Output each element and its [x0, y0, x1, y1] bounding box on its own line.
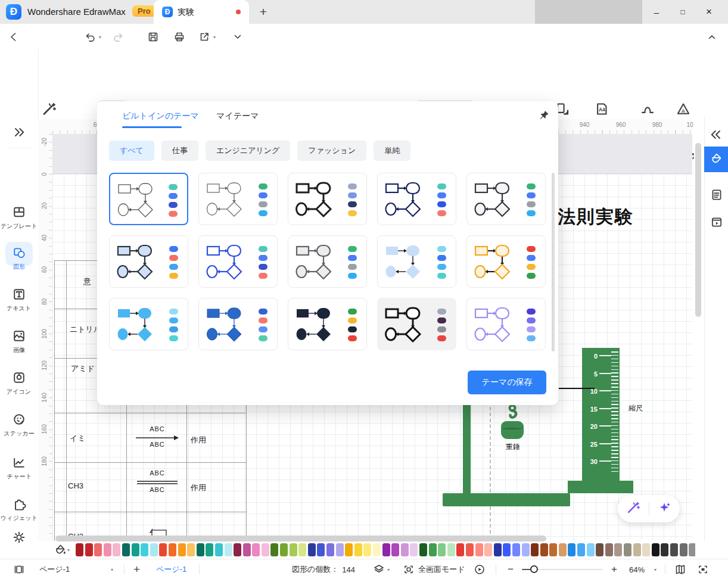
filter-chip-エンジニアリング[interactable]: エンジニアリング — [206, 141, 290, 161]
theme-card-10[interactable] — [466, 235, 546, 288]
color-swatch[interactable] — [270, 543, 278, 556]
filter-chip-単純[interactable]: 単純 — [374, 141, 410, 161]
sidebar-item-チャート[interactable]: チャート — [0, 455, 38, 481]
color-swatch[interactable] — [680, 543, 687, 556]
document-tab[interactable]: Ð 実験 — [154, 0, 249, 24]
stand-pole-shape[interactable] — [463, 405, 471, 505]
color-swatch[interactable] — [438, 543, 446, 556]
theme-card-14[interactable] — [377, 298, 456, 350]
stand-base-shape[interactable] — [443, 493, 570, 506]
back-icon[interactable] — [7, 30, 20, 43]
color-swatch[interactable] — [187, 543, 195, 556]
color-swatch[interactable] — [652, 543, 659, 556]
theme-card-2[interactable] — [198, 173, 278, 225]
redo-icon[interactable] — [112, 30, 125, 43]
play-presentation-icon[interactable] — [474, 564, 486, 577]
color-swatch[interactable] — [382, 543, 390, 556]
theme-card-3[interactable] — [288, 173, 367, 225]
color-swatch[interactable] — [689, 543, 695, 556]
color-swatch[interactable] — [122, 543, 130, 556]
color-swatch[interactable] — [141, 543, 148, 556]
color-swatch[interactable] — [234, 543, 241, 556]
sidebar-settings-icon[interactable] — [12, 530, 26, 547]
color-swatch[interactable] — [522, 543, 530, 556]
color-swatch[interactable] — [326, 543, 334, 556]
filter-chip-ファッション[interactable]: ファッション — [297, 141, 366, 161]
color-swatch[interactable] — [363, 543, 371, 556]
color-swatch[interactable] — [345, 543, 353, 556]
color-swatch[interactable] — [336, 543, 344, 556]
pages-panel-icon[interactable] — [13, 564, 25, 577]
save-icon[interactable] — [147, 30, 160, 43]
tab-builtin-themes[interactable]: ビルトインのテーマ — [122, 111, 199, 122]
color-swatch[interactable] — [633, 543, 641, 556]
zoom-in-button[interactable]: + — [611, 559, 617, 579]
layers-icon[interactable] — [373, 564, 385, 577]
color-swatch[interactable] — [290, 543, 297, 556]
table-cell[interactable]: CH3 — [68, 481, 83, 490]
color-swatch[interactable] — [197, 543, 204, 556]
page-dropdown-caret-icon[interactable]: ▾ — [111, 568, 113, 572]
color-swatch[interactable] — [94, 543, 102, 556]
sidebar-item-ウィジェット[interactable]: ウィジェット — [0, 497, 38, 522]
zoom-slider-knob[interactable] — [530, 565, 538, 573]
more-tools-icon[interactable] — [231, 30, 244, 43]
color-swatch[interactable] — [113, 543, 120, 556]
equilibrium-symbol[interactable]: ABC ABC — [135, 469, 180, 493]
vertical-scrollbar[interactable] — [695, 143, 701, 317]
color-swatch[interactable] — [243, 543, 251, 556]
theme-card-5[interactable] — [466, 173, 546, 225]
color-swatch[interactable] — [512, 543, 520, 556]
color-swatch[interactable] — [391, 543, 399, 556]
color-swatch[interactable] — [587, 543, 595, 556]
drawing-title[interactable]: 法則実験 — [558, 205, 634, 229]
color-swatch[interactable] — [206, 543, 213, 556]
color-swatch[interactable] — [605, 543, 613, 556]
color-swatch[interactable] — [354, 543, 362, 556]
beautify-wand-icon[interactable] — [626, 500, 640, 517]
fill-bucket-icon[interactable] — [54, 543, 66, 558]
theme-card-11[interactable] — [109, 298, 188, 350]
color-swatch[interactable] — [298, 543, 306, 556]
theme-card-12[interactable] — [198, 298, 278, 350]
color-swatch[interactable] — [642, 543, 650, 556]
add-page-button[interactable]: + — [133, 559, 140, 579]
zoom-out-button[interactable]: − — [508, 559, 514, 579]
color-swatch[interactable] — [494, 543, 502, 556]
theme-card-8[interactable] — [288, 235, 367, 288]
color-swatch[interactable] — [178, 543, 186, 556]
color-swatch[interactable] — [577, 543, 585, 556]
color-swatch[interactable] — [568, 543, 575, 556]
theme-card-7[interactable] — [198, 235, 278, 288]
color-swatch[interactable] — [317, 543, 325, 556]
fullscreen-mode-label[interactable]: 全画面モード — [418, 559, 465, 579]
theme-card-15[interactable] — [466, 298, 546, 350]
color-swatch[interactable] — [484, 543, 492, 556]
collapse-ribbon-icon[interactable] — [705, 30, 718, 43]
expand-sidebar-icon[interactable] — [12, 125, 26, 142]
color-swatch[interactable] — [670, 543, 678, 556]
fill-style-tool-active[interactable] — [704, 147, 728, 172]
color-swatch[interactable] — [503, 543, 511, 556]
color-swatch[interactable] — [456, 543, 464, 556]
table-cell[interactable]: 作用 — [191, 482, 206, 493]
sidebar-item-テキスト[interactable]: テキスト — [0, 287, 38, 313]
filter-chip-すべて[interactable]: すべて — [109, 141, 154, 161]
theme-card-4[interactable] — [377, 173, 456, 225]
table-cell[interactable]: 作用 — [191, 435, 206, 446]
export-caret-icon[interactable]: ▾ — [213, 35, 216, 40]
sidebar-item-テンプレート[interactable]: テンプレート — [0, 205, 38, 231]
undo-caret-icon[interactable]: ▾ — [99, 35, 101, 40]
zoom-caret-icon[interactable]: ▾ — [654, 568, 657, 572]
sidebar-item-画像[interactable]: 画像 — [0, 329, 38, 354]
color-swatch[interactable] — [132, 543, 139, 556]
maximize-button[interactable]: □ — [671, 0, 695, 24]
zoom-level[interactable]: 64% — [629, 559, 645, 579]
scale-pedestal-shape[interactable] — [568, 481, 633, 493]
fill-bucket-caret-icon[interactable]: ▾ — [67, 548, 70, 553]
color-swatch[interactable] — [150, 543, 158, 556]
scale-label[interactable]: 縮尺 — [629, 403, 643, 413]
theme-card-6[interactable] — [109, 235, 188, 288]
color-swatch[interactable] — [559, 543, 567, 556]
theme-card-13[interactable] — [288, 298, 367, 350]
